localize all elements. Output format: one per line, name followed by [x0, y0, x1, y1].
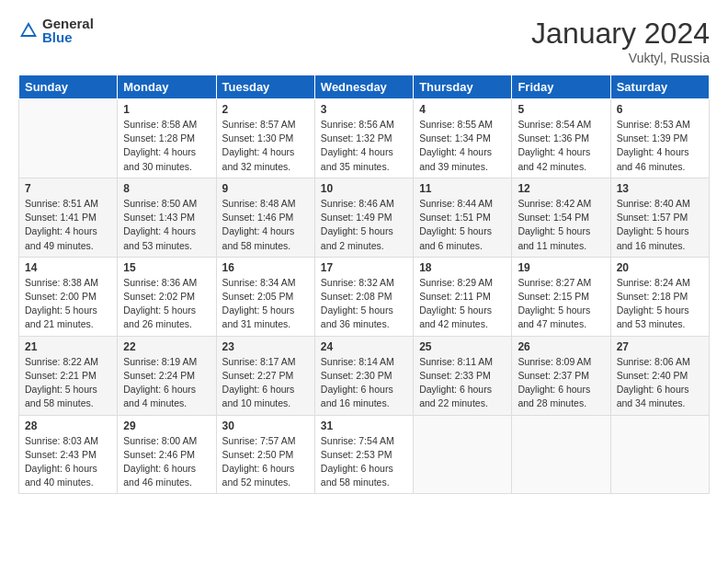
day-number: 2	[222, 103, 309, 116]
day-cell: 31Sunrise: 7:54 AM Sunset: 2:53 PM Dayli…	[314, 415, 413, 494]
week-row: 28Sunrise: 8:03 AM Sunset: 2:43 PM Dayli…	[19, 415, 710, 494]
header-cell: Wednesday	[314, 75, 413, 99]
day-number: 24	[321, 340, 407, 353]
day-info: Sunrise: 8:58 AM Sunset: 1:28 PM Dayligh…	[123, 118, 210, 174]
header-cell: Thursday	[414, 75, 512, 99]
day-cell: 1Sunrise: 8:58 AM Sunset: 1:28 PM Daylig…	[118, 99, 216, 178]
day-number: 18	[419, 261, 506, 274]
day-info: Sunrise: 8:42 AM Sunset: 1:54 PM Dayligh…	[518, 197, 604, 253]
day-info: Sunrise: 8:57 AM Sunset: 1:30 PM Dayligh…	[222, 118, 309, 174]
day-info: Sunrise: 8:24 AM Sunset: 2:18 PM Dayligh…	[617, 276, 703, 332]
logo: General Blue	[18, 17, 94, 44]
day-info: Sunrise: 8:32 AM Sunset: 2:08 PM Dayligh…	[321, 276, 407, 332]
day-cell: 20Sunrise: 8:24 AM Sunset: 2:18 PM Dayli…	[610, 257, 709, 336]
day-cell: 30Sunrise: 7:57 AM Sunset: 2:50 PM Dayli…	[216, 415, 314, 494]
day-info: Sunrise: 8:51 AM Sunset: 1:41 PM Dayligh…	[25, 197, 111, 253]
day-info: Sunrise: 7:54 AM Sunset: 2:53 PM Dayligh…	[321, 434, 407, 490]
day-cell: 19Sunrise: 8:27 AM Sunset: 2:15 PM Dayli…	[512, 257, 610, 336]
day-number: 5	[518, 103, 604, 116]
page: General Blue January 2024 Vuktyl, Russia…	[0, 0, 728, 503]
day-number: 26	[518, 340, 604, 353]
day-cell	[19, 99, 118, 178]
day-cell: 14Sunrise: 8:38 AM Sunset: 2:00 PM Dayli…	[19, 257, 118, 336]
day-cell: 23Sunrise: 8:17 AM Sunset: 2:27 PM Dayli…	[216, 336, 314, 415]
day-number: 28	[25, 419, 111, 432]
day-cell: 7Sunrise: 8:51 AM Sunset: 1:41 PM Daylig…	[19, 178, 118, 257]
day-number: 7	[25, 182, 111, 195]
logo-blue: Blue	[42, 30, 94, 44]
day-cell: 28Sunrise: 8:03 AM Sunset: 2:43 PM Dayli…	[19, 415, 118, 494]
day-info: Sunrise: 8:09 AM Sunset: 2:37 PM Dayligh…	[518, 355, 604, 411]
day-cell: 24Sunrise: 8:14 AM Sunset: 2:30 PM Dayli…	[314, 336, 413, 415]
day-number: 6	[617, 103, 703, 116]
day-info: Sunrise: 8:00 AM Sunset: 2:46 PM Dayligh…	[123, 434, 210, 490]
day-cell: 21Sunrise: 8:22 AM Sunset: 2:21 PM Dayli…	[19, 336, 118, 415]
day-number: 12	[518, 182, 604, 195]
day-cell: 4Sunrise: 8:55 AM Sunset: 1:34 PM Daylig…	[414, 99, 512, 178]
day-info: Sunrise: 8:40 AM Sunset: 1:57 PM Dayligh…	[617, 197, 703, 253]
day-cell: 17Sunrise: 8:32 AM Sunset: 2:08 PM Dayli…	[314, 257, 413, 336]
day-info: Sunrise: 8:17 AM Sunset: 2:27 PM Dayligh…	[222, 355, 309, 411]
day-info: Sunrise: 8:22 AM Sunset: 2:21 PM Dayligh…	[25, 355, 111, 411]
week-row: 7Sunrise: 8:51 AM Sunset: 1:41 PM Daylig…	[19, 178, 710, 257]
day-number: 11	[419, 182, 506, 195]
day-number: 22	[123, 340, 210, 353]
header-cell: Sunday	[19, 75, 118, 99]
day-cell: 8Sunrise: 8:50 AM Sunset: 1:43 PM Daylig…	[118, 178, 216, 257]
day-cell: 9Sunrise: 8:48 AM Sunset: 1:46 PM Daylig…	[216, 178, 314, 257]
header-cell: Monday	[118, 75, 216, 99]
day-cell: 6Sunrise: 8:53 AM Sunset: 1:39 PM Daylig…	[610, 99, 709, 178]
day-number: 20	[617, 261, 703, 274]
day-info: Sunrise: 8:55 AM Sunset: 1:34 PM Dayligh…	[419, 118, 506, 174]
day-info: Sunrise: 8:19 AM Sunset: 2:24 PM Dayligh…	[123, 355, 210, 411]
day-number: 21	[25, 340, 111, 353]
day-number: 19	[518, 261, 604, 274]
day-number: 31	[321, 419, 407, 432]
day-cell: 2Sunrise: 8:57 AM Sunset: 1:30 PM Daylig…	[216, 99, 314, 178]
day-number: 15	[123, 261, 210, 274]
logo-text: General Blue	[42, 17, 94, 44]
header-cell: Tuesday	[216, 75, 314, 99]
day-cell: 26Sunrise: 8:09 AM Sunset: 2:37 PM Dayli…	[512, 336, 610, 415]
day-number: 23	[222, 340, 309, 353]
day-number: 13	[617, 182, 703, 195]
day-cell: 12Sunrise: 8:42 AM Sunset: 1:54 PM Dayli…	[512, 178, 610, 257]
day-number: 3	[321, 103, 407, 116]
day-info: Sunrise: 8:29 AM Sunset: 2:11 PM Dayligh…	[419, 276, 506, 332]
day-info: Sunrise: 8:48 AM Sunset: 1:46 PM Dayligh…	[222, 197, 309, 253]
day-info: Sunrise: 8:44 AM Sunset: 1:51 PM Dayligh…	[419, 197, 506, 253]
day-number: 27	[617, 340, 703, 353]
day-info: Sunrise: 7:57 AM Sunset: 2:50 PM Dayligh…	[222, 434, 309, 490]
day-cell: 25Sunrise: 8:11 AM Sunset: 2:33 PM Dayli…	[414, 336, 512, 415]
day-number: 16	[222, 261, 309, 274]
day-cell: 10Sunrise: 8:46 AM Sunset: 1:49 PM Dayli…	[314, 178, 413, 257]
logo-icon	[18, 20, 39, 40]
day-info: Sunrise: 8:06 AM Sunset: 2:40 PM Dayligh…	[617, 355, 703, 411]
day-info: Sunrise: 8:38 AM Sunset: 2:00 PM Dayligh…	[25, 276, 111, 332]
day-info: Sunrise: 8:27 AM Sunset: 2:15 PM Dayligh…	[518, 276, 604, 332]
day-cell: 5Sunrise: 8:54 AM Sunset: 1:36 PM Daylig…	[512, 99, 610, 178]
header-row: SundayMondayTuesdayWednesdayThursdayFrid…	[19, 75, 710, 99]
day-cell: 13Sunrise: 8:40 AM Sunset: 1:57 PM Dayli…	[610, 178, 709, 257]
day-number: 29	[123, 419, 210, 432]
header: General Blue January 2024 Vuktyl, Russia	[18, 17, 710, 65]
day-number: 4	[419, 103, 506, 116]
day-number: 17	[321, 261, 407, 274]
day-number: 25	[419, 340, 506, 353]
day-info: Sunrise: 8:03 AM Sunset: 2:43 PM Dayligh…	[25, 434, 111, 490]
day-cell: 3Sunrise: 8:56 AM Sunset: 1:32 PM Daylig…	[314, 99, 413, 178]
day-cell	[414, 415, 512, 494]
week-row: 14Sunrise: 8:38 AM Sunset: 2:00 PM Dayli…	[19, 257, 710, 336]
week-row: 21Sunrise: 8:22 AM Sunset: 2:21 PM Dayli…	[19, 336, 710, 415]
calendar-table: SundayMondayTuesdayWednesdayThursdayFrid…	[18, 75, 710, 494]
day-info: Sunrise: 8:46 AM Sunset: 1:49 PM Dayligh…	[321, 197, 407, 253]
day-cell	[610, 415, 709, 494]
day-info: Sunrise: 8:11 AM Sunset: 2:33 PM Dayligh…	[419, 355, 506, 411]
day-number: 14	[25, 261, 111, 274]
day-number: 9	[222, 182, 309, 195]
month-title: January 2024	[531, 17, 710, 51]
day-info: Sunrise: 8:34 AM Sunset: 2:05 PM Dayligh…	[222, 276, 309, 332]
day-cell: 22Sunrise: 8:19 AM Sunset: 2:24 PM Dayli…	[118, 336, 216, 415]
day-cell: 18Sunrise: 8:29 AM Sunset: 2:11 PM Dayli…	[414, 257, 512, 336]
day-cell: 29Sunrise: 8:00 AM Sunset: 2:46 PM Dayli…	[118, 415, 216, 494]
